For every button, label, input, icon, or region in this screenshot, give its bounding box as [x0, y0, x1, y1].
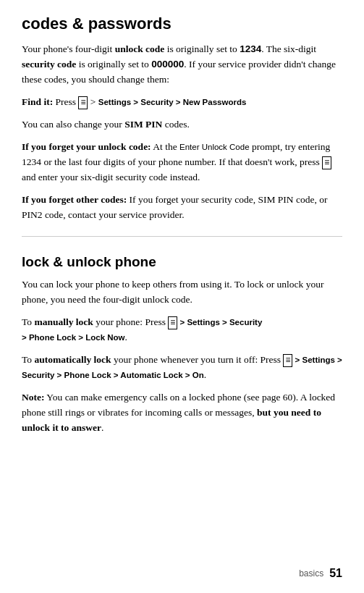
- section2-para1: You can lock your phone to keep others f…: [22, 277, 342, 308]
- section1-para1: Your phone's four-digit unlock code is o…: [22, 42, 342, 88]
- section1-forget-unlock-text1: At the: [153, 141, 179, 152]
- section1-para2-bold: SIM PIN: [124, 119, 162, 130]
- section2-automatically-end: .: [204, 369, 206, 380]
- section1-forget-other-label: If you forget other codes:: [22, 194, 127, 205]
- section2-manually-bold: manually lock: [34, 316, 93, 327]
- section2-automatically-before: To: [22, 354, 34, 365]
- section2-manually-end: .: [125, 332, 127, 342]
- section1-title: codes & passwords: [22, 14, 342, 33]
- section2-manually-path2: > Phone Lock > Lock Now: [22, 333, 125, 342]
- section1-findit-after: >: [88, 96, 98, 107]
- section1-para1-mid3: is originally set to: [76, 59, 151, 70]
- section1-para1-code1: 1234: [240, 43, 261, 54]
- page-footer: basics 51: [299, 567, 342, 580]
- section1-forget-unlock-label: If you forget your unlock code:: [22, 141, 151, 152]
- section2-note-end: .: [101, 422, 103, 433]
- section1-para1-mid2: . The six-digit: [261, 43, 316, 54]
- section2-manually-before: To: [22, 316, 34, 327]
- section2-automatically: To automatically lock your phone wheneve…: [22, 353, 342, 383]
- section2-manually-mid: your phone: Press: [93, 316, 169, 327]
- section1-para1-before-bold1: Your phone's four-digit: [22, 43, 115, 54]
- section2-note: Note: You can make emergency calls on a …: [22, 390, 342, 436]
- section2-title: lock & unlock phone: [22, 254, 342, 271]
- footer-page: 51: [329, 567, 342, 580]
- menu-icon-2: ≡: [322, 156, 331, 169]
- section1-para1-mid1: is originally set to: [164, 43, 240, 54]
- section2-manually-path1: > Settings > Security: [177, 318, 262, 327]
- section1-para1-bold2: security code: [22, 59, 76, 70]
- menu-icon-1: ≡: [78, 96, 88, 109]
- section1-forget-other: If you forget other codes: If you forget…: [22, 193, 342, 223]
- page-content: codes & passwords Your phone's four-digi…: [22, 14, 342, 436]
- section1-para1-bold1: unlock code: [115, 43, 165, 54]
- section1-para2-after: codes.: [162, 119, 190, 130]
- section1-findit-before: Press: [56, 96, 79, 107]
- section1-forget-unlock: If you forget your unlock code: At the E…: [22, 140, 342, 185]
- section2-manually: To manually lock your phone: Press ≡ > S…: [22, 315, 342, 345]
- section1-findit-path: Settings > Security > New Passwords: [98, 98, 247, 106]
- section1-para2-before: You can also change your: [22, 119, 124, 130]
- section1-forget-unlock-prompt: Enter Unlock Code: [179, 143, 250, 151]
- footer-label: basics: [299, 568, 323, 579]
- section-divider: [22, 236, 342, 237]
- section1-findit: Find it: Press ≡ > Settings > Security >…: [22, 95, 342, 110]
- section1-findit-label: Find it:: [22, 96, 53, 107]
- section2-automatically-bold: automatically lock: [34, 354, 111, 365]
- section1-para2: You can also change your SIM PIN codes.: [22, 117, 342, 133]
- menu-icon-3: ≡: [168, 316, 177, 329]
- section2-automatically-mid: your phone whenever you turn it off: Pre…: [111, 354, 284, 365]
- menu-icon-4: ≡: [283, 354, 292, 367]
- section2-note-label: Note:: [22, 392, 44, 403]
- section1-forget-unlock-text3: and enter your six-digit security code i…: [22, 172, 200, 182]
- section1-para1-code2: 000000: [151, 59, 184, 70]
